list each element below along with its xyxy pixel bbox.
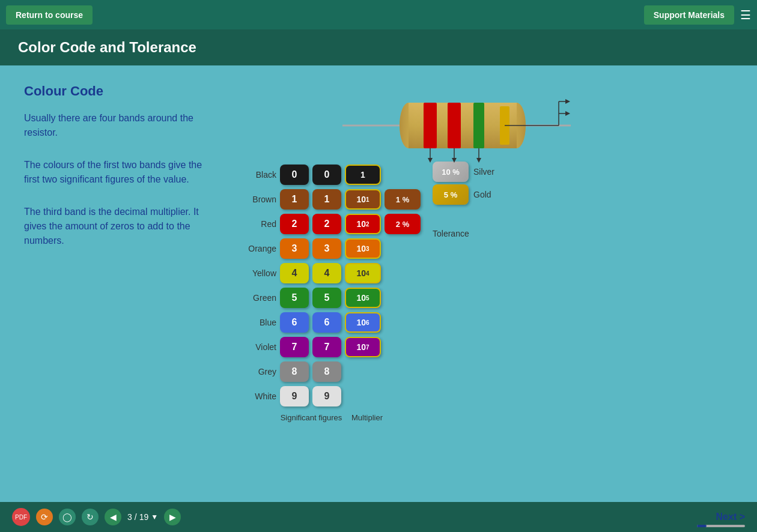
page-indicator: 3/19 ▼ (127, 512, 158, 522)
table-row-green: Green 5 5 105 (240, 288, 421, 308)
silver-text: Silver (473, 167, 494, 177)
page-title-bar: Color Code and Tolerance (0, 29, 757, 65)
cell-yellow-mult: 104 (345, 263, 381, 283)
page-title: Color Code and Tolerance (18, 39, 196, 55)
cell-brown-mult: 101 (345, 189, 381, 210)
page-current: 3 (127, 512, 132, 522)
cell-red-sig1: 2 (280, 214, 309, 234)
gold-row: 5 % Gold (433, 184, 494, 205)
nav-icon-3[interactable]: ↻ (82, 509, 99, 525)
cell-brown-sig2: 1 (312, 189, 341, 210)
cell-green-sig1: 5 (280, 288, 309, 308)
table-row-grey: Grey 8 8 (240, 361, 421, 382)
support-materials-button[interactable]: Support Materials (644, 5, 734, 25)
cell-red-tol: 2 % (385, 214, 421, 234)
bottom-navigation: PDF ⟳ ◯ ↻ ◀ 3/19 ▼ ▶ Next > (0, 502, 757, 532)
table-row-brown: Brown 1 1 101 1 % (240, 189, 421, 210)
hamburger-menu-icon[interactable]: ☰ (740, 8, 751, 22)
cell-white-sig2: 9 (312, 386, 341, 407)
table-row-violet: Violet 7 7 107 (240, 337, 421, 357)
multiplier-label: Multiplier (347, 413, 387, 422)
color-label-red: Red (240, 219, 276, 229)
gold-text: Gold (473, 190, 491, 199)
tolerance-title: Tolerance (433, 229, 494, 238)
progress-bar (697, 525, 707, 527)
color-label-black: Black (240, 170, 276, 180)
table-row-yellow: Yellow 4 4 104 (240, 263, 421, 283)
color-label-white: White (240, 391, 276, 401)
top-navigation: Return to course Support Materials ☰ (0, 0, 757, 29)
next-page-button[interactable]: ▶ (164, 509, 181, 525)
table-row-white: White 9 9 (240, 386, 421, 407)
pdf-icon-button[interactable]: PDF (12, 508, 30, 526)
cell-yellow-sig1: 4 (280, 263, 309, 283)
table-row-blue: Blue 6 6 106 (240, 312, 421, 333)
cell-orange-sig1: 3 (280, 238, 309, 259)
cell-grey-sig1: 8 (280, 361, 309, 382)
next-button[interactable]: Next > (716, 512, 745, 522)
cell-violet-mult: 107 (345, 337, 381, 357)
cell-red-mult: 102 (345, 214, 381, 234)
return-to-course-button[interactable]: Return to course (6, 5, 93, 25)
svg-marker-22 (565, 99, 570, 104)
cell-orange-mult: 103 (345, 238, 381, 259)
cell-white-sig1: 9 (280, 386, 309, 407)
color-label-grey: Grey (240, 367, 276, 376)
cell-violet-sig1: 7 (280, 337, 309, 357)
right-diagram-panel: Black 0 0 1 Brown 1 1 101 1 % Red 2 (228, 83, 733, 484)
svg-marker-13 (428, 158, 433, 163)
page-total: 19 (139, 512, 149, 522)
svg-rect-10 (473, 103, 484, 148)
svg-marker-23 (565, 111, 570, 116)
cell-orange-sig2: 3 (312, 238, 341, 259)
sig-fig-label: Significant figures (280, 413, 342, 422)
color-label-yellow: Yellow (240, 268, 276, 278)
cell-red-sig2: 2 (312, 214, 341, 234)
main-content: Colour Code Usually there are four bands… (0, 65, 757, 502)
support-area: Support Materials ☰ (644, 5, 751, 25)
cell-green-mult: 105 (345, 288, 381, 308)
color-label-orange: Orange (240, 244, 276, 253)
gold-badge: 5 % (433, 184, 469, 205)
color-label-green: Green (240, 293, 276, 303)
para2-text: The colours of the first two bands give … (24, 158, 204, 187)
cell-blue-sig2: 6 (312, 312, 341, 333)
color-label-blue: Blue (240, 318, 276, 327)
page-dropdown-icon: ▼ (151, 513, 158, 521)
cell-blue-mult: 106 (345, 312, 381, 333)
cell-brown-tol: 1 % (385, 189, 421, 210)
cell-violet-sig2: 7 (312, 337, 341, 357)
svg-rect-8 (424, 103, 437, 148)
cell-brown-sig1: 1 (280, 189, 309, 210)
cell-grey-sig2: 8 (312, 361, 341, 382)
resistor-diagram (228, 83, 733, 162)
table-row-black: Black 0 0 1 (240, 165, 421, 185)
cell-black-sig1: 0 (280, 165, 309, 185)
svg-marker-17 (476, 158, 481, 163)
cell-black-mult: 1 (345, 165, 381, 185)
resistor-svg (330, 83, 631, 168)
svg-marker-15 (452, 158, 457, 163)
prev-page-button[interactable]: ◀ (105, 509, 121, 525)
svg-rect-9 (448, 103, 461, 148)
table-row-orange: Orange 3 3 103 (240, 238, 421, 259)
cell-blue-sig1: 6 (280, 312, 309, 333)
cell-green-sig2: 5 (312, 288, 341, 308)
cell-black-sig2: 0 (312, 165, 341, 185)
para1-text: Usually there are four bands around the … (24, 111, 204, 140)
color-label-violet: Violet (240, 342, 276, 352)
left-text-panel: Colour Code Usually there are four bands… (24, 83, 204, 484)
table-row-red: Red 2 2 102 2 % (240, 214, 421, 234)
color-label-brown: Brown (240, 195, 276, 204)
nav-icon-1[interactable]: ⟳ (36, 509, 53, 525)
color-table: Black 0 0 1 Brown 1 1 101 1 % Red 2 (240, 162, 421, 422)
colour-code-heading: Colour Code (24, 83, 204, 99)
nav-icon-2[interactable]: ◯ (59, 509, 76, 525)
cell-yellow-sig2: 4 (312, 263, 341, 283)
para3-text: The third band is the decimal multiplier… (24, 205, 204, 248)
tolerance-section: 10 % Silver 5 % Gold Tolerance (433, 162, 494, 422)
